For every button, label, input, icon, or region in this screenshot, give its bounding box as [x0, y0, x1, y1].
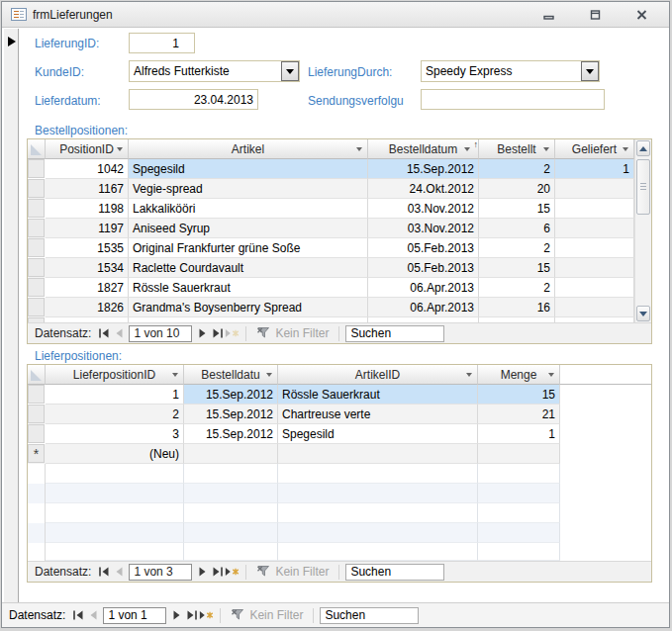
record-selector[interactable] — [28, 405, 46, 424]
filter-dropdown-icon[interactable] — [172, 373, 178, 377]
column-header-artikelid[interactable]: ArtikelID — [278, 365, 478, 385]
table-cell[interactable] — [555, 278, 634, 298]
table-cell[interactable]: 15.Sep.2012 — [184, 424, 278, 444]
table-cell[interactable]: Aniseed Syrup — [129, 219, 368, 238]
table-row[interactable]: *(Neu) — [28, 444, 651, 464]
nav-new-record-button[interactable] — [225, 564, 240, 580]
record-selector[interactable] — [28, 159, 46, 179]
nav-last-button[interactable] — [210, 564, 225, 580]
table-row[interactable]: 1534Raclette Courdavault05.Feb.201315 — [28, 258, 651, 278]
table-cell[interactable]: 1 — [46, 385, 184, 405]
close-button[interactable] — [631, 7, 651, 23]
table-row[interactable]: 1197Aniseed Syrup03.Nov.20126 — [28, 219, 651, 238]
scrollbar-thumb[interactable] — [636, 159, 650, 215]
filter-dropdown-icon[interactable] — [356, 147, 362, 151]
record-selector[interactable] — [28, 424, 46, 444]
nav-next-button[interactable] — [195, 325, 210, 341]
vertical-scrollbar[interactable] — [634, 139, 651, 322]
column-header-menge[interactable]: Menge — [478, 365, 560, 385]
table-cell[interactable]: Rössle Sauerkraut — [278, 385, 478, 405]
table-cell[interactable]: 1826 — [46, 298, 129, 317]
table-cell[interactable]: 15.Sep.2012 — [368, 159, 479, 179]
nav-search-input[interactable] — [345, 325, 444, 342]
nav-record-counter[interactable]: 1 von 10 — [129, 325, 192, 342]
table-cell[interactable]: 2 — [46, 405, 184, 424]
column-header-bestellt[interactable]: Bestellt — [479, 139, 555, 159]
record-selector[interactable] — [28, 219, 46, 238]
table-cell[interactable]: 15 — [479, 258, 555, 278]
table-cell[interactable]: Rössle Sauerkraut — [129, 278, 368, 298]
column-header-bestelldatum[interactable]: Bestelldatum↑ — [368, 139, 479, 159]
nav-last-button[interactable] — [210, 325, 225, 341]
table-cell[interactable]: 1534 — [46, 258, 129, 278]
table-cell[interactable]: 16 — [479, 298, 555, 317]
table-row[interactable]: 1535Original Frankfurter grüne Soße05.Fe… — [28, 238, 651, 258]
table-cell[interactable]: 2 — [479, 278, 555, 298]
table-cell[interactable]: Vegie-spread — [129, 179, 368, 199]
filter-dropdown-icon[interactable] — [543, 147, 549, 151]
table-cell[interactable]: 03.Nov.2012 — [368, 219, 479, 238]
filter-dropdown-icon[interactable] — [117, 147, 123, 151]
table-cell[interactable] — [555, 219, 634, 238]
nav-last-button[interactable] — [184, 607, 199, 623]
nav-search-input[interactable] — [320, 607, 419, 624]
nav-record-counter[interactable]: 1 von 1 — [103, 607, 166, 624]
filter-dropdown-icon[interactable] — [466, 373, 472, 377]
filter-dropdown-icon[interactable] — [623, 147, 628, 151]
column-header-artikel[interactable]: Artikel — [129, 139, 368, 159]
sendungsverfolgung-field[interactable] — [421, 89, 605, 110]
table-row[interactable]: 115.Sep.2012Rössle Sauerkraut15 — [28, 385, 651, 405]
table-cell[interactable]: 24.Okt.2012 — [368, 179, 479, 199]
table-row[interactable]: 215.Sep.2012Chartreuse verte21 — [28, 405, 651, 424]
table-cell[interactable]: 05.Feb.2013 — [368, 258, 479, 278]
restore-button[interactable] — [585, 7, 605, 23]
record-selector[interactable] — [28, 179, 46, 199]
nav-first-button[interactable] — [96, 564, 111, 580]
table-cell[interactable]: 15.Sep.2012 — [184, 405, 278, 424]
minimize-button[interactable] — [538, 7, 558, 23]
select-all-corner-cell[interactable] — [28, 139, 46, 159]
table-cell[interactable]: 1042 — [46, 159, 129, 179]
filter-dropdown-icon[interactable] — [266, 373, 272, 377]
table-cell[interactable]: 3 — [46, 424, 184, 444]
column-header-bestelldatu[interactable]: Bestelldatu — [184, 365, 278, 385]
table-cell[interactable]: 1 — [478, 424, 560, 444]
table-cell[interactable] — [555, 258, 634, 278]
column-header-positionid[interactable]: PositionID — [46, 139, 129, 159]
table-cell[interactable]: 21 — [478, 405, 560, 424]
table-row[interactable]: 1826Grandma's Boysenberry Spread06.Apr.2… — [28, 298, 651, 317]
table-cell[interactable]: 15.Sep.2012 — [184, 385, 278, 405]
table-cell[interactable]: 15 — [478, 385, 560, 405]
table-cell[interactable]: 1198 — [46, 199, 129, 219]
table-cell[interactable]: 1167 — [46, 179, 129, 199]
lieferdatum-field[interactable]: 23.04.2013 — [129, 89, 258, 110]
table-cell[interactable] — [555, 298, 634, 317]
table-cell[interactable]: Original Frankfurter grüne Soße — [129, 238, 368, 258]
kunde-id-combobox[interactable]: Alfreds Futterkiste — [129, 60, 300, 82]
table-row[interactable]: 1042Spegesild15.Sep.201221 — [28, 159, 651, 179]
scroll-down-button[interactable] — [636, 306, 650, 321]
nav-search-input[interactable] — [345, 564, 444, 581]
table-cell[interactable]: Raclette Courdavault — [129, 258, 368, 278]
table-cell[interactable]: 1197 — [46, 219, 129, 238]
lieferung-durch-dropdown-button[interactable] — [581, 61, 599, 81]
record-selector[interactable] — [28, 298, 46, 317]
record-selector[interactable] — [28, 278, 46, 298]
table-cell[interactable]: 15 — [479, 199, 555, 219]
select-all-corner-cell[interactable] — [28, 365, 46, 385]
kunde-id-dropdown-button[interactable] — [281, 61, 299, 81]
record-selector[interactable]: * — [28, 444, 46, 464]
record-selector[interactable] — [28, 385, 46, 405]
record-selector[interactable] — [28, 199, 46, 219]
table-row[interactable]: 315.Sep.2012Spegesild1 — [28, 424, 651, 444]
nav-next-button[interactable] — [195, 564, 210, 580]
record-selector[interactable] — [28, 238, 46, 258]
table-cell[interactable]: (Neu) — [46, 444, 184, 464]
table-cell[interactable]: Spegesild — [278, 424, 478, 444]
table-cell[interactable]: Chartreuse verte — [278, 405, 478, 424]
table-cell[interactable] — [555, 238, 634, 258]
table-cell[interactable]: Grandma's Boysenberry Spread — [129, 298, 368, 317]
column-header-lieferpositionid[interactable]: LieferpositionID — [46, 365, 184, 385]
record-selector[interactable] — [28, 258, 46, 278]
table-cell[interactable]: 2 — [479, 159, 555, 179]
